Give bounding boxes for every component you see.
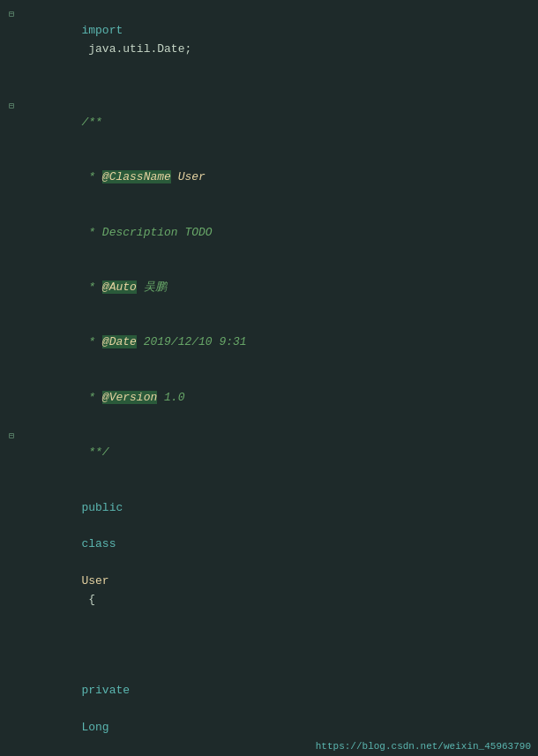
line-jdoc-start: ⊟ /** [0,95,538,150]
content-classname: * @ClassName User [23,150,531,205]
annotation-date: @Date [102,335,137,348]
line-description: * Description TODO [0,206,538,260]
comment-star-3: * [81,281,101,294]
content-auto: * @Auto 吴鹏 [23,260,531,315]
plain: java.util.Date; [81,42,191,56]
kw-import: import [81,24,123,37]
content-class-decl: public class User { [23,481,531,627]
line-empty-2 [0,627,538,646]
type-long-1: Long [81,721,108,734]
line-empty-1 [0,77,538,95]
plain-space2 [81,556,88,569]
annotation-version: @Version [102,391,157,404]
content-e1 [23,77,531,95]
version-val: 1.0 [157,391,184,404]
url-text: https://blog.csdn.net/weixin_45963790 [316,739,531,755]
content-jdoc-end: **/ [23,425,531,480]
fold-icon-jdoc: ⊟ [9,100,14,114]
line-date: * @Date 2019/12/10 9:31 [0,316,538,371]
line-userid: private Long userId ; [0,646,538,737]
indent-1 [81,666,108,679]
content-date: * @Date 2019/12/10 9:31 [23,316,531,371]
kw-public: public [81,501,123,514]
line-jdoc-end: ⊟ **/ [0,425,538,480]
comment-star-5: * [81,391,101,404]
plain-space [81,519,88,532]
code-editor: ⊟ import java.util.Date; ⊟ /** * [0,0,538,756]
line-auto: * @Auto 吴鹏 [0,260,538,315]
auto-val: 吴鹏 [137,281,167,294]
comment-star-2: * Description TODO [81,226,212,239]
kw-private-1: private [81,684,130,697]
date-val: 2019/12/10 9:31 [137,335,247,348]
annotation-classname: @ClassName [102,170,171,183]
fold-icon-end: ⊟ [9,430,14,444]
url-bar: https://blog.csdn.net/weixin_45963790 [309,738,538,756]
annotation-auto: @Auto [102,281,137,294]
content-version: * @Version 1.0 [23,371,531,425]
annotation-classname-val: User [171,170,205,183]
class-name-user: User [81,574,108,588]
comment-star-4: * [81,335,101,348]
line-classname: * @ClassName User [0,150,538,205]
line-class-decl: public class User { [0,481,538,627]
comment-close: **/ [81,445,108,459]
comment-star-1: * [81,170,101,183]
fold-icon-1: ⊟ [9,8,14,22]
plain-brace: { [81,593,95,606]
content-jdoc-start: /** [23,95,531,150]
kw-class: class [81,537,116,550]
line-version: * @Version 1.0 [0,371,538,425]
line-1: ⊟ import java.util.Date; [0,4,538,77]
s1 [81,702,88,715]
content-userid: private Long userId ; [23,646,531,737]
content-1: import java.util.Date; [23,4,531,77]
content-e2 [23,627,531,646]
code-area: ⊟ import java.util.Date; ⊟ /** * [0,0,538,737]
content-description: * Description TODO [23,206,531,260]
comment-open: /** [81,116,101,129]
